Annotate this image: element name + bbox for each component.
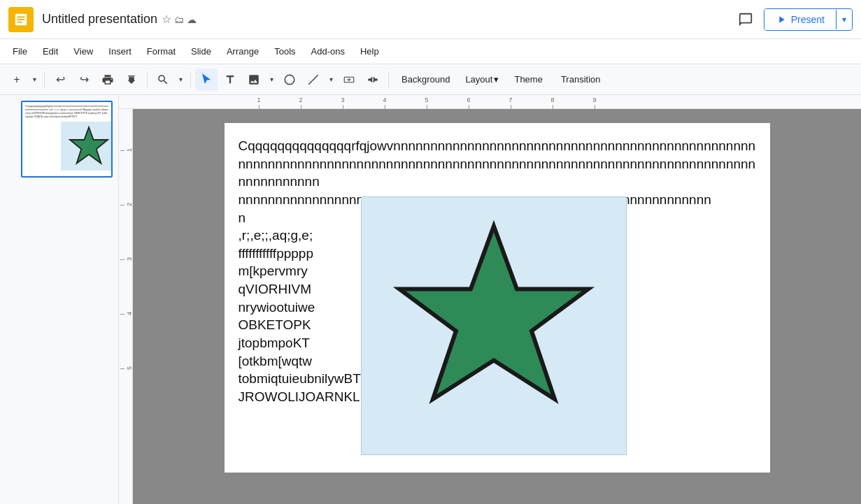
doc-title[interactable]: Untitled presentation	[42, 12, 157, 27]
tick-7: 8	[532, 96, 574, 109]
tick-8: 9	[574, 96, 615, 109]
tick-0: 1	[238, 96, 280, 109]
redo-button[interactable]: ↪	[73, 69, 95, 91]
top-ruler: 1 2 3 4 5 6 7 8 9	[119, 95, 861, 109]
side-tick-2: 2	[120, 178, 133, 232]
menu-help[interactable]: Help	[353, 43, 386, 59]
slide-canvas: Cqqqqqqqqqqqqqqrfqjowvnnnnnnnnnnnnnnnnnn…	[225, 123, 770, 473]
star-overlay[interactable]	[361, 196, 627, 455]
slide-thumbnail-1[interactable]: Cqqqqqqqqqqqqqqrfqjowvnnnnnnnnnnnnnnnnnn…	[21, 101, 113, 178]
menu-addons[interactable]: Add-ons	[304, 43, 352, 59]
zoom-dropdown[interactable]: ▾	[175, 69, 186, 91]
svg-rect-2	[17, 19, 25, 20]
separator-1	[44, 71, 45, 88]
undo-button[interactable]: ↩	[49, 69, 71, 91]
image-tool-group: ▾	[243, 69, 277, 91]
add-slide-dropdown[interactable]: ▾	[29, 69, 40, 91]
separator-4	[388, 71, 389, 88]
line-tool-group: ▾	[302, 69, 336, 91]
menu-format[interactable]: Format	[140, 43, 183, 59]
print-button[interactable]	[97, 69, 119, 91]
layout-button[interactable]: Layout ▾	[460, 69, 504, 91]
image-tool-button[interactable]	[243, 69, 265, 91]
align-tool-button[interactable]	[362, 69, 384, 91]
side-ticks: 1 2 3 4 5	[119, 109, 133, 396]
layout-label: Layout	[465, 74, 492, 85]
present-label: Present	[791, 14, 825, 25]
menu-slide[interactable]: Slide	[184, 43, 218, 59]
transition-button[interactable]: Transition	[553, 69, 609, 91]
shape-tool-button[interactable]	[278, 69, 301, 91]
zoom-group: ▾	[152, 69, 186, 91]
background-button[interactable]: Background	[393, 69, 458, 91]
present-main-button[interactable]: Present	[764, 9, 836, 30]
line-dropdown[interactable]: ▾	[325, 69, 336, 91]
tick-1: 2	[280, 96, 322, 109]
top-right-actions: Present ▾	[733, 7, 853, 32]
paint-format-button[interactable]	[120, 69, 143, 91]
svg-line-5	[308, 75, 318, 85]
separator-3	[190, 71, 191, 88]
bookmark-icon[interactable]: ☆	[162, 13, 171, 26]
main-area: 1 Cqqqqqqqqqqqqqqrfqjowvnnnnnnnnnnnnnnnn…	[0, 95, 861, 504]
svg-marker-8	[399, 226, 588, 400]
svg-rect-1	[17, 16, 25, 17]
tick-5: 6	[448, 96, 490, 109]
side-tick-5: 5	[120, 341, 133, 396]
menu-arrange[interactable]: Arrange	[220, 43, 266, 59]
line-tool-button[interactable]	[302, 69, 325, 91]
menu-view[interactable]: View	[66, 43, 100, 59]
slide-thumb-content: Cqqqqqqqqqqqqqqrfqjowvnnnnnnnnnnnnnnnnnn…	[22, 102, 111, 176]
zoom-button[interactable]	[152, 69, 174, 91]
tick-6: 7	[490, 96, 532, 109]
svg-point-4	[285, 75, 294, 85]
top-bar: Untitled presentation ☆ 🗂 ☁ Present ▾	[0, 0, 861, 39]
tick-2: 3	[322, 96, 364, 109]
side-tick-1: 1	[120, 123, 133, 178]
toolbar: + ▾ ↩ ↪ ▾ ▾ ▾	[0, 64, 861, 95]
add-slide-button[interactable]: +	[6, 69, 28, 91]
menu-tools[interactable]: Tools	[267, 43, 302, 59]
menu-insert[interactable]: Insert	[101, 43, 138, 59]
canvas-container: 1 2 3 4 5 Cqqqqqqqqqqqqqqrfqjowvnnnnnnnn…	[119, 109, 861, 504]
present-dropdown-button[interactable]: ▾	[836, 10, 852, 29]
separator-2	[147, 71, 148, 88]
menu-file[interactable]: File	[6, 43, 34, 59]
app-logo	[8, 7, 34, 32]
image-dropdown[interactable]: ▾	[266, 69, 277, 91]
add-slide-group: + ▾	[6, 69, 40, 91]
layout-chevron: ▾	[494, 74, 499, 85]
theme-button[interactable]: Theme	[506, 69, 550, 91]
side-tick-4: 4	[120, 287, 133, 341]
title-area: Untitled presentation ☆ 🗂 ☁	[42, 12, 727, 27]
canvas-scroll[interactable]: Cqqqqqqqqqqqqqqrfqjowvnnnnnnnnnnnnnnnnnn…	[133, 109, 861, 504]
comment-button[interactable]	[733, 7, 758, 32]
slides-panel: 1 Cqqqqqqqqqqqqqqrfqjowvnnnnnnnnnnnnnnnn…	[0, 95, 119, 504]
tick-4: 5	[406, 96, 448, 109]
cursor-tool-button[interactable]	[195, 69, 218, 91]
tick-3: 4	[364, 96, 406, 109]
ruler-ticks-horizontal: 1 2 3 4 5 6 7 8 9	[119, 95, 615, 109]
text-tool-button[interactable]	[219, 69, 241, 91]
menu-bar: File Edit View Insert Format Slide Arran…	[0, 39, 861, 64]
side-ruler: 1 2 3 4 5	[119, 109, 133, 504]
svg-marker-7	[70, 127, 108, 164]
star-shape	[389, 214, 599, 438]
textbox-tool-button[interactable]	[338, 69, 360, 91]
menu-edit[interactable]: Edit	[36, 43, 65, 59]
canvas-wrapper: 1 2 3 4 5 6 7 8 9 1 2 3 4 5	[119, 95, 861, 504]
side-tick-3: 3	[120, 232, 133, 287]
svg-rect-3	[17, 21, 22, 22]
folder-icon[interactable]: 🗂	[174, 14, 184, 25]
cloud-icon[interactable]: ☁	[187, 14, 197, 25]
present-button-group: Present ▾	[764, 8, 853, 31]
